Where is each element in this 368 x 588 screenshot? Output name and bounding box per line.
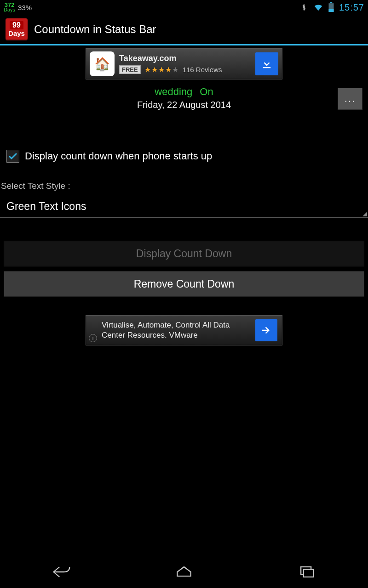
ad-banner-top[interactable]: 🏠 Takeaway.com FREE ★★★★★ 116 Reviews [86, 48, 282, 79]
event-date: Friday, 22 August 2014 [0, 100, 368, 110]
ad-free-badge: FREE [119, 65, 141, 74]
ad-banner-bottom[interactable]: i Virtualise, Automate, Control All Data… [86, 315, 282, 345]
ad-download-button[interactable] [255, 52, 278, 75]
app-title: Countdown in Status Bar [34, 23, 156, 36]
status-bar: 372 Days 33% 15:57 [0, 0, 368, 15]
action-bar: 99 Days Countdown in Status Bar [0, 15, 368, 44]
svg-rect-4 [303, 569, 313, 577]
text-style-spinner[interactable]: Green Text Icons [0, 198, 368, 218]
ad-reviews: 116 Reviews [183, 66, 222, 74]
svg-rect-2 [328, 9, 334, 12]
nav-recent-button[interactable] [245, 555, 368, 588]
more-button[interactable]: ... [338, 88, 362, 110]
wifi-icon [313, 2, 323, 12]
event-name: wedding [155, 86, 192, 97]
event-header: wedding On Friday, 22 August 2014 ... [0, 86, 368, 110]
svg-rect-0 [330, 2, 332, 3]
remove-countdown-button[interactable]: Remove Count Down [4, 271, 364, 297]
ad-thumbnail: 🏠 [90, 51, 115, 76]
display-countdown-button[interactable]: Display Count Down [4, 241, 364, 266]
ad-title: Takeaway.com [119, 54, 251, 63]
actionbar-divider [0, 44, 368, 45]
ad-info-icon[interactable]: i [89, 334, 97, 342]
startup-checkbox-row[interactable]: Display count down when phone starts up [0, 150, 368, 163]
ad-bottom-text: Virtualise, Automate, Control All Data C… [102, 320, 249, 340]
battery-icon [328, 2, 334, 12]
text-style-label: Select Text Style : [0, 181, 368, 191]
statusbar-countdown-icon: 372 Days [4, 2, 15, 12]
navigation-bar [0, 555, 368, 588]
nav-home-button[interactable] [123, 555, 246, 588]
ad-go-button[interactable] [255, 319, 277, 341]
startup-checkbox[interactable] [6, 150, 19, 163]
nav-back-button[interactable] [0, 555, 123, 588]
startup-checkbox-label: Display count down when phone starts up [25, 150, 212, 162]
ad-stars-icon: ★★★★★ [144, 65, 179, 74]
app-icon: 99 Days [6, 18, 28, 40]
event-on-label: On [200, 86, 213, 97]
vibrate-icon [299, 3, 309, 12]
statusbar-clock: 15:57 [339, 2, 364, 13]
statusbar-battery-percent: 33% [18, 4, 32, 11]
